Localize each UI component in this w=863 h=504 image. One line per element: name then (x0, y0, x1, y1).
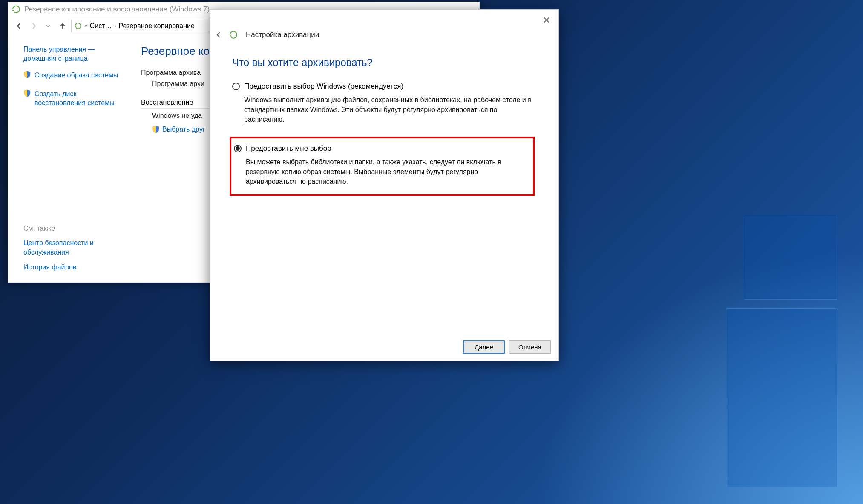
wizard-header: Настройка архивации (210, 28, 558, 42)
backup-restore-icon (229, 30, 238, 40)
backup-restore-icon (12, 5, 21, 14)
wizard-question: Что вы хотите архивировать? (232, 57, 535, 69)
nav-recent-icon[interactable] (42, 20, 54, 32)
window-title: Резервное копирование и восстановление (… (24, 5, 210, 14)
sidebar-create-image[interactable]: Создание образа системы (35, 71, 118, 80)
radio-checked-icon[interactable] (234, 145, 242, 152)
see-also-label: См. также (23, 225, 134, 232)
highlighted-selection: Предоставить мне выбор Вы можете выбрать… (230, 137, 535, 196)
radio-unchecked-icon[interactable] (232, 83, 240, 90)
breadcrumb-item[interactable]: Сист… (90, 22, 112, 30)
nav-forward-icon (28, 20, 40, 32)
option-let-me-choose[interactable]: Предоставить мне выбор Вы можете выбрать… (234, 144, 526, 187)
option-description: Windows выполнит архивацию файлов, сохра… (244, 95, 535, 125)
sidebar-security-link[interactable]: Центр безопасности и обслуживания (23, 238, 134, 257)
close-button[interactable] (538, 11, 555, 29)
next-button[interactable]: Далее (463, 340, 505, 354)
wizard-back-icon[interactable] (213, 29, 224, 40)
wizard-footer: Далее Отмена (210, 333, 558, 361)
breadcrumb-item[interactable]: Резервное копирование (119, 22, 195, 30)
chevron-right-icon: › (115, 23, 116, 29)
wizard-title: Настройка архивации (246, 31, 319, 39)
shield-icon (23, 71, 31, 78)
shield-icon (152, 126, 160, 133)
option-label: Предоставить выбор Windows (рекомендуетс… (244, 82, 403, 91)
sidebar-history-link[interactable]: История файлов (23, 263, 134, 272)
option-let-windows-choose[interactable]: Предоставить выбор Windows (рекомендуетс… (232, 82, 535, 125)
nav-back-icon[interactable] (13, 20, 25, 32)
option-description: Вы можете выбрать библиотеки и папки, а … (246, 157, 526, 187)
chevron-left-icon: « (84, 23, 87, 29)
nav-up-icon[interactable] (57, 20, 69, 32)
sidebar-create-disc[interactable]: Создать диск восстановления системы (35, 89, 129, 108)
cancel-button[interactable]: Отмена (509, 340, 551, 354)
backup-restore-small-icon (74, 22, 82, 30)
backup-wizard-dialog: Настройка архивации Что вы хотите архиви… (210, 9, 559, 361)
sidebar: Панель управления — домашняя страница Со… (8, 35, 136, 282)
option-label: Предоставить мне выбор (246, 144, 331, 153)
shield-icon (23, 89, 31, 97)
choose-other-backup-link[interactable]: Выбрать друг (152, 126, 205, 133)
sidebar-home-link[interactable]: Панель управления — домашняя страница (23, 45, 129, 63)
